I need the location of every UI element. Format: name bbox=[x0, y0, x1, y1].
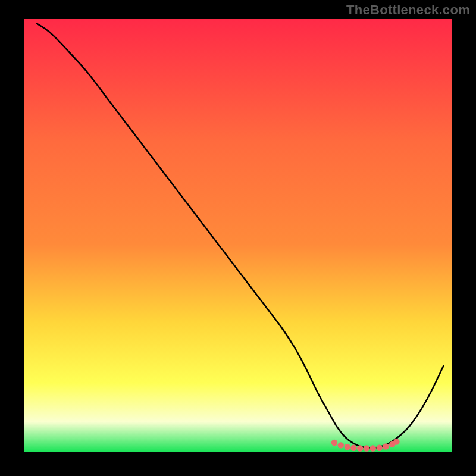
marker-dot bbox=[376, 445, 382, 451]
watermark-text: TheBottleneck.com bbox=[346, 2, 470, 18]
marker-dot bbox=[331, 440, 337, 446]
marker-dot bbox=[370, 445, 376, 451]
marker-dot bbox=[344, 444, 350, 450]
bottleneck-chart bbox=[24, 19, 452, 452]
marker-dot bbox=[393, 439, 399, 444]
marker-dot bbox=[338, 442, 344, 448]
marker-dot bbox=[364, 445, 369, 451]
plot-area bbox=[24, 19, 452, 452]
marker-dot bbox=[383, 443, 389, 449]
chart-frame: TheBottleneck.com bbox=[0, 0, 476, 476]
marker-dot bbox=[350, 445, 356, 451]
marker-dot bbox=[357, 445, 363, 451]
gradient-background bbox=[24, 19, 452, 452]
